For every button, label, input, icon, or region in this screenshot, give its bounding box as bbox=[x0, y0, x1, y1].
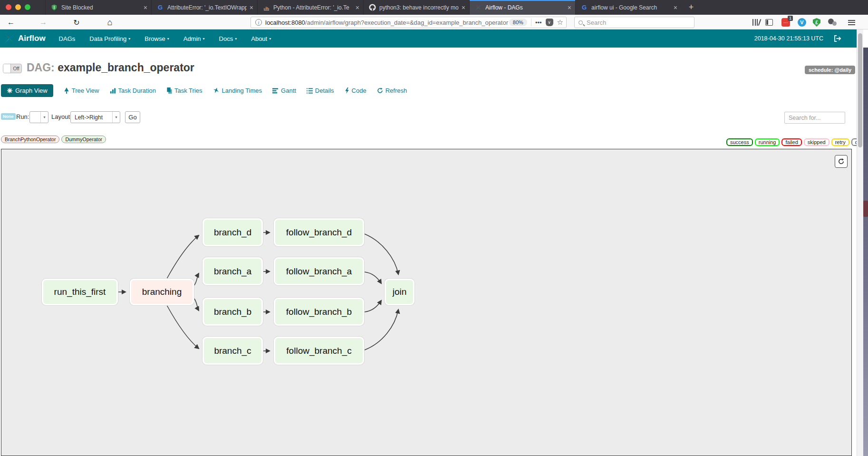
task-node-branching[interactable]: branching bbox=[130, 279, 194, 305]
nav-item-dags[interactable]: DAGs bbox=[59, 35, 76, 42]
window-controls bbox=[6, 4, 30, 10]
maximize-window-button[interactable] bbox=[25, 4, 30, 10]
browser-tab[interactable]: Site Blocked× bbox=[45, 0, 151, 15]
forward-button[interactable]: → bbox=[37, 16, 49, 29]
view-tab-refresh[interactable]: Refresh bbox=[377, 87, 407, 94]
url-path: /admin/airflow/graph?execution_date=&dag… bbox=[305, 19, 508, 26]
scrollbar-thumb[interactable] bbox=[858, 33, 862, 147]
library-icon[interactable] bbox=[752, 18, 761, 27]
edge-follow_branch_d-to-join bbox=[365, 234, 398, 274]
sidebar-icon[interactable] bbox=[765, 18, 773, 27]
edge-branching-to-branch_c bbox=[167, 305, 199, 349]
run-select[interactable]: ▾ bbox=[29, 111, 48, 123]
page-scrollbar[interactable] bbox=[857, 29, 863, 456]
url-domain: localhost:8080 bbox=[265, 19, 305, 26]
tab-close-icon[interactable]: × bbox=[250, 4, 253, 11]
browser-tab[interactable]: python3: behave incorrectly mo× bbox=[363, 0, 469, 15]
menu-hamburger-icon[interactable] bbox=[848, 18, 855, 27]
view-tab-landing-times[interactable]: Landing Times bbox=[213, 87, 262, 94]
logout-icon[interactable] bbox=[834, 35, 841, 42]
view-tab-details[interactable]: Details bbox=[307, 87, 334, 94]
home-button[interactable]: ⌂ bbox=[104, 16, 116, 29]
view-tab-tree-view[interactable]: Tree View bbox=[64, 87, 99, 94]
site-info-icon[interactable]: i bbox=[255, 19, 262, 26]
nav-item-label: Browse bbox=[145, 35, 165, 42]
browser-tab[interactable]: Airflow - DAGs× bbox=[469, 0, 575, 15]
browser-tab[interactable]: Python - AttributeError: '_io.Te× bbox=[257, 0, 363, 15]
url-bar[interactable]: i localhost:8080/admin/airflow/graph?exe… bbox=[251, 17, 567, 28]
view-tab-label: Task Duration bbox=[118, 87, 156, 94]
close-window-button[interactable] bbox=[6, 4, 11, 10]
task-node-run_this_first[interactable]: run_this_first bbox=[42, 279, 118, 305]
nav-item-about[interactable]: About▾ bbox=[251, 35, 271, 42]
toggle-label: Off bbox=[11, 64, 21, 73]
chevron-down-icon: ▾ bbox=[203, 37, 205, 41]
tree-view-icon bbox=[64, 87, 69, 94]
task-node-follow_branch_b[interactable]: follow_branch_b bbox=[274, 298, 364, 326]
operator-legend-pill: BranchPythonOperator bbox=[1, 136, 59, 143]
main-menu: DAGsData Profiling▾Browse▾Admin▾Docs▾Abo… bbox=[59, 35, 271, 42]
view-tab-task-duration[interactable]: Task Duration bbox=[110, 87, 156, 94]
airflow-logo-icon bbox=[4, 33, 15, 44]
browser-tab[interactable]: GAttributeError: '_io.TextIOWrapp× bbox=[151, 0, 257, 15]
airflow-brand-label: Airflow bbox=[18, 34, 46, 43]
back-button[interactable]: ← bbox=[5, 16, 17, 29]
refresh-icon bbox=[377, 87, 383, 94]
airflow-navbar: Airflow DAGsData Profiling▾Browse▾Admin▾… bbox=[0, 29, 857, 48]
new-tab-button[interactable]: + bbox=[685, 1, 698, 14]
cookies-addon-icon[interactable] bbox=[828, 18, 838, 27]
edge-follow_branch_a-to-join bbox=[365, 272, 381, 283]
addon-v-icon[interactable]: V bbox=[798, 18, 806, 27]
page-title: DAG: example_branch_operator bbox=[27, 61, 194, 74]
task-node-follow_branch_a[interactable]: follow_branch_a bbox=[274, 257, 364, 285]
minimize-window-button[interactable] bbox=[15, 4, 21, 10]
view-tab-gantt[interactable]: Gantt bbox=[272, 87, 296, 94]
nav-item-docs[interactable]: Docs▾ bbox=[219, 35, 237, 42]
graph-edges bbox=[1, 149, 852, 456]
airflow-icon bbox=[474, 4, 482, 11]
nav-item-data-profiling[interactable]: Data Profiling▾ bbox=[89, 35, 130, 42]
zoom-level-badge[interactable]: 80% bbox=[509, 19, 527, 26]
go-button[interactable]: Go bbox=[125, 111, 140, 123]
details-icon bbox=[307, 88, 313, 94]
bookmark-star-icon[interactable]: ☆ bbox=[557, 18, 563, 27]
google-icon: G bbox=[580, 4, 588, 11]
canvas-refresh-button[interactable] bbox=[835, 155, 848, 168]
task-node-branch_c[interactable]: branch_c bbox=[203, 337, 263, 365]
view-tab-graph-view[interactable]: Graph View bbox=[1, 84, 53, 97]
browser-tab[interactable]: Gairflow ui - Google Search× bbox=[575, 0, 681, 15]
view-tabs: Graph ViewTree ViewTask DurationTask Tri… bbox=[1, 84, 407, 97]
view-tab-label: Task Tries bbox=[174, 87, 203, 94]
tab-title: airflow ui - Google Search bbox=[591, 4, 671, 11]
nav-item-browse[interactable]: Browse▾ bbox=[145, 35, 169, 42]
task-search-input[interactable]: Search for... bbox=[784, 112, 845, 124]
tab-close-icon[interactable]: × bbox=[568, 4, 571, 11]
task-node-branch_d[interactable]: branch_d bbox=[203, 218, 263, 246]
tab-close-icon[interactable]: × bbox=[674, 4, 677, 11]
privacy-shield-icon[interactable]: £ bbox=[813, 18, 820, 27]
airflow-brand[interactable]: Airflow bbox=[4, 33, 46, 44]
nav-item-admin[interactable]: Admin▾ bbox=[183, 35, 205, 42]
tab-close-icon[interactable]: × bbox=[462, 4, 465, 11]
url-text[interactable]: localhost:8080/admin/airflow/graph?execu… bbox=[265, 19, 509, 26]
page-actions-icon[interactable]: ••• bbox=[535, 19, 542, 26]
layout-select[interactable]: Left->Right ▾ bbox=[70, 111, 120, 123]
task-node-branch_a[interactable]: branch_a bbox=[203, 257, 263, 285]
browser-search-bar[interactable]: Search bbox=[574, 17, 694, 28]
browser-toolbar: ← → ↻ ⌂ i localhost:8080/admin/airflow/g… bbox=[0, 15, 868, 29]
view-tab-task-tries[interactable]: Task Tries bbox=[166, 87, 203, 94]
pocket-icon[interactable]: ∨ bbox=[546, 19, 553, 26]
dag-graph-canvas[interactable]: run_this_firstbranchingbranch_dbranch_ab… bbox=[1, 149, 852, 456]
task-node-follow_branch_c[interactable]: follow_branch_c bbox=[274, 337, 364, 365]
task-node-branch_b[interactable]: branch_b bbox=[203, 298, 263, 326]
tab-close-icon[interactable]: × bbox=[144, 4, 147, 11]
view-tab-code[interactable]: Code bbox=[345, 87, 366, 94]
view-tab-label: Gantt bbox=[281, 87, 296, 94]
dag-pause-toggle[interactable]: Off bbox=[3, 64, 22, 73]
status-legend: successrunningfailedskippedretryqueuedno… bbox=[726, 136, 868, 149]
extension-icon[interactable]: ⋯1 bbox=[781, 18, 790, 27]
task-node-follow_branch_d[interactable]: follow_branch_d bbox=[274, 218, 364, 246]
tab-close-icon[interactable]: × bbox=[356, 4, 359, 11]
task-node-join[interactable]: join bbox=[385, 279, 415, 305]
reload-button[interactable]: ↻ bbox=[70, 16, 83, 29]
